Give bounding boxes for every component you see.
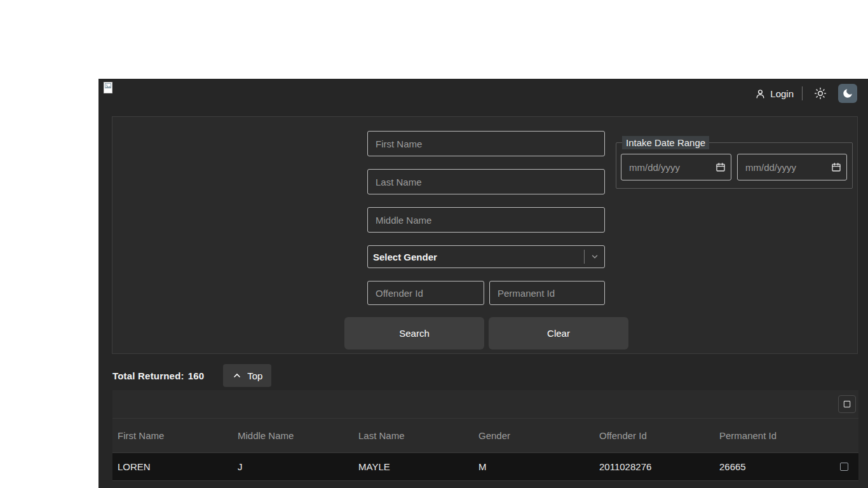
column-header-last-name[interactable]: Last Name bbox=[353, 430, 473, 441]
offender-id-input[interactable] bbox=[367, 281, 484, 305]
gender-select-value: Select Gender bbox=[373, 252, 437, 262]
column-header-first-name[interactable]: First Name bbox=[112, 430, 233, 441]
permanent-id-input[interactable] bbox=[489, 281, 605, 305]
login-label: Login bbox=[770, 88, 794, 99]
column-header-permanent-id[interactable]: Permanent Id bbox=[714, 430, 830, 441]
cell-last-name: MAYLE bbox=[353, 461, 473, 472]
select-divider bbox=[584, 250, 585, 264]
table-header-row: First Name Middle Name Last Name Gender … bbox=[112, 419, 858, 453]
page: Login bbox=[0, 0, 868, 488]
table-options-button[interactable] bbox=[838, 395, 856, 413]
chevron-down-icon bbox=[590, 252, 599, 261]
gender-select-controls bbox=[584, 250, 599, 264]
dark-theme-button[interactable] bbox=[838, 84, 857, 103]
column-header-offender-id[interactable]: Offender Id bbox=[594, 430, 714, 441]
cell-select bbox=[830, 463, 858, 471]
intake-date-range-legend: Intake Date Range bbox=[622, 136, 709, 149]
sun-icon bbox=[814, 87, 827, 100]
results-table: First Name Middle Name Last Name Gender … bbox=[112, 390, 858, 481]
total-returned-label: Total Returned: bbox=[112, 370, 184, 381]
intake-end-date-input[interactable] bbox=[737, 154, 847, 180]
first-name-input[interactable] bbox=[367, 131, 605, 156]
total-returned: Total Returned:160 bbox=[112, 370, 204, 381]
chevron-up-icon bbox=[232, 370, 242, 381]
broken-image-icon bbox=[104, 82, 112, 93]
light-theme-button[interactable] bbox=[811, 84, 830, 103]
intake-date-range-fieldset: Intake Date Range bbox=[616, 136, 853, 189]
id-fields-row bbox=[367, 281, 605, 305]
cell-offender-id: 2011028276 bbox=[594, 461, 714, 472]
user-icon bbox=[755, 88, 766, 99]
search-form: Select Gender bbox=[367, 131, 605, 305]
scroll-top-button[interactable]: Top bbox=[223, 364, 271, 387]
topbar: Login bbox=[98, 79, 868, 108]
middle-name-input[interactable] bbox=[367, 207, 605, 233]
intake-start-date-input[interactable] bbox=[621, 154, 731, 180]
gender-select[interactable]: Select Gender bbox=[367, 245, 605, 268]
column-header-gender[interactable]: Gender bbox=[473, 430, 594, 441]
cell-middle-name: J bbox=[233, 461, 353, 472]
results-bar: Total Returned:160 Top bbox=[112, 364, 271, 387]
intake-end-date-field bbox=[737, 154, 847, 180]
last-name-input[interactable] bbox=[367, 169, 605, 194]
table-toolbar bbox=[112, 390, 858, 419]
app-window: Login bbox=[98, 79, 868, 488]
column-header-middle-name[interactable]: Middle Name bbox=[233, 430, 353, 441]
search-button[interactable]: Search bbox=[344, 317, 484, 349]
square-icon bbox=[843, 400, 851, 409]
search-panel: Select Gender Intake Date Range bbox=[112, 116, 858, 354]
cell-permanent-id: 26665 bbox=[714, 461, 830, 472]
topbar-actions: Login bbox=[755, 84, 857, 103]
row-checkbox[interactable] bbox=[840, 463, 848, 471]
total-returned-value: 160 bbox=[188, 370, 205, 381]
cell-first-name: LOREN bbox=[112, 461, 233, 472]
topbar-divider bbox=[802, 86, 803, 100]
clear-button[interactable]: Clear bbox=[489, 317, 628, 349]
table-row[interactable]: LOREN J MAYLE M 2011028276 26665 bbox=[112, 453, 858, 481]
scroll-top-label: Top bbox=[247, 370, 262, 381]
intake-start-date-field bbox=[621, 154, 731, 180]
login-button[interactable]: Login bbox=[755, 88, 794, 99]
form-buttons: Search Clear bbox=[344, 317, 628, 349]
date-inputs bbox=[621, 154, 848, 180]
moon-icon bbox=[842, 88, 853, 99]
cell-gender: M bbox=[473, 461, 594, 472]
